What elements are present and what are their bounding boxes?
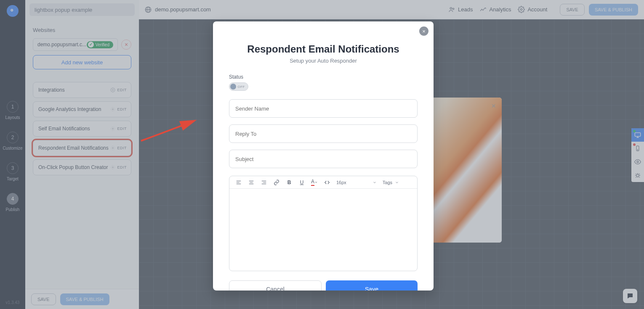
status-toggle[interactable]: OFF bbox=[229, 82, 248, 91]
toggle-knob bbox=[230, 84, 236, 90]
bold-button[interactable]: B bbox=[286, 179, 293, 186]
link-icon bbox=[274, 180, 279, 185]
modal-subtitle: Setup your Auto Responder bbox=[229, 58, 418, 64]
align-center-icon bbox=[248, 180, 254, 185]
respondent-email-modal: × Respondent Email Notifications Setup y… bbox=[213, 21, 434, 291]
align-center-button[interactable] bbox=[248, 179, 255, 186]
modal-title: Respondent Email Notifications bbox=[229, 43, 418, 55]
chevron-down-icon bbox=[373, 180, 377, 185]
status-label: Status bbox=[229, 74, 418, 80]
editor-toolbar: B U A 16px Tags bbox=[229, 176, 417, 189]
text-color-icon: A bbox=[311, 179, 314, 186]
sender-name-input[interactable] bbox=[229, 99, 418, 118]
link-button[interactable] bbox=[273, 179, 280, 186]
modal-close-button[interactable]: × bbox=[419, 26, 428, 36]
font-size-select[interactable]: 16px bbox=[336, 180, 377, 185]
underline-button[interactable]: U bbox=[298, 179, 305, 186]
reply-to-input[interactable] bbox=[229, 124, 418, 143]
tags-select[interactable]: Tags bbox=[383, 180, 399, 185]
editor-textarea[interactable] bbox=[229, 189, 417, 271]
align-left-icon bbox=[236, 180, 242, 185]
align-left-button[interactable] bbox=[235, 179, 242, 186]
app-root: 1 Layouts 2 Customize 3 Target 4 Publish… bbox=[0, 0, 644, 309]
subject-input[interactable] bbox=[229, 150, 418, 168]
align-right-button[interactable] bbox=[261, 179, 267, 186]
code-button[interactable] bbox=[324, 179, 330, 186]
modal-cancel-button[interactable]: Cancel bbox=[229, 280, 322, 291]
email-body-editor: B U A 16px Tags bbox=[229, 176, 418, 271]
chevron-down-icon bbox=[395, 180, 399, 185]
align-right-icon bbox=[261, 180, 267, 185]
modal-save-button[interactable]: Save bbox=[326, 280, 418, 291]
text-color-button[interactable]: A bbox=[311, 179, 318, 186]
modal-actions: Cancel Save bbox=[229, 280, 418, 291]
toggle-text: OFF bbox=[238, 85, 245, 89]
code-icon bbox=[324, 180, 330, 185]
chevron-down-icon bbox=[314, 180, 318, 184]
